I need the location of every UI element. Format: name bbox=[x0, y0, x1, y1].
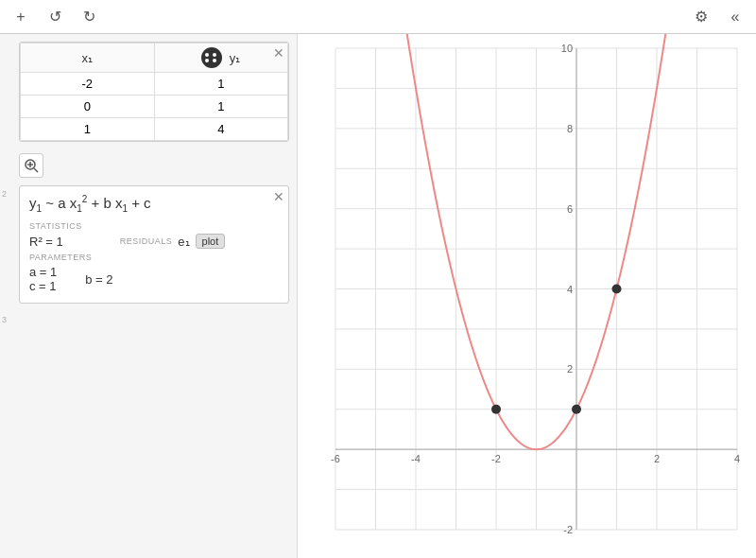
undo-button[interactable]: ↺ bbox=[42, 4, 68, 30]
left-panel: ✕ x₁ bbox=[0, 34, 298, 558]
graph-canvas bbox=[298, 34, 756, 558]
settings-button[interactable]: ⚙ bbox=[688, 4, 714, 30]
redo-button[interactable]: ↻ bbox=[76, 4, 102, 30]
r-squared-value: R² = 1 bbox=[29, 235, 63, 249]
param-b: b = 2 bbox=[85, 272, 112, 287]
table-close-button[interactable]: ✕ bbox=[273, 46, 284, 60]
param-c: c = 1 bbox=[29, 279, 57, 293]
residuals-label: RESIDUALS bbox=[120, 236, 173, 246]
data-table-card: ✕ x₁ bbox=[19, 42, 289, 142]
col1-header: x₁ bbox=[21, 44, 155, 73]
plot-button[interactable]: plot bbox=[196, 234, 226, 249]
data-table: x₁ y₁ -2 bbox=[20, 43, 288, 141]
col2-header: y₁ bbox=[154, 44, 288, 73]
table-row: -21 bbox=[21, 73, 288, 96]
color-picker-icon[interactable] bbox=[201, 47, 222, 68]
table-row: 01 bbox=[21, 96, 288, 118]
collapse-button[interactable]: « bbox=[722, 4, 748, 30]
table-cell-y[interactable]: 1 bbox=[154, 96, 288, 118]
row-number-2: 2 bbox=[2, 189, 7, 199]
toolbar: + ↺ ↻ ⚙ « bbox=[0, 0, 756, 34]
add-button[interactable]: + bbox=[8, 4, 34, 30]
parameters-label: PARAMETERS bbox=[29, 253, 279, 262]
main-area: ✕ x₁ bbox=[0, 34, 756, 558]
graph-area bbox=[298, 34, 756, 558]
table-cell-y[interactable]: 4 bbox=[154, 118, 288, 141]
param-a: a = 1 bbox=[29, 265, 57, 279]
svg-line-1 bbox=[34, 168, 38, 172]
table-cell-x[interactable]: 0 bbox=[21, 96, 155, 118]
statistics-label: STATISTICS bbox=[29, 221, 279, 231]
table-cell-y[interactable]: 1 bbox=[154, 73, 288, 96]
zoom-area bbox=[0, 149, 297, 182]
table-row: 14 bbox=[21, 118, 288, 141]
statistics-row: R² = 1 RESIDUALS e₁ plot bbox=[29, 234, 279, 249]
zoom-button[interactable] bbox=[19, 153, 43, 178]
regression-close-button[interactable]: ✕ bbox=[273, 190, 284, 203]
residuals-e: e₁ bbox=[178, 235, 189, 249]
table-cell-x[interactable]: -2 bbox=[21, 73, 155, 96]
zoom-icon bbox=[24, 158, 39, 173]
row-number-3: 3 bbox=[2, 315, 7, 324]
regression-card: ✕ y1 ~ a x12 + b x1 + c STATISTICS R² = … bbox=[19, 185, 289, 304]
regression-formula: y1 ~ a x12 + b x1 + c bbox=[29, 194, 279, 214]
table-cell-x[interactable]: 1 bbox=[21, 118, 155, 141]
parameters-row: a = 1 c = 1 b = 2 bbox=[29, 265, 279, 293]
